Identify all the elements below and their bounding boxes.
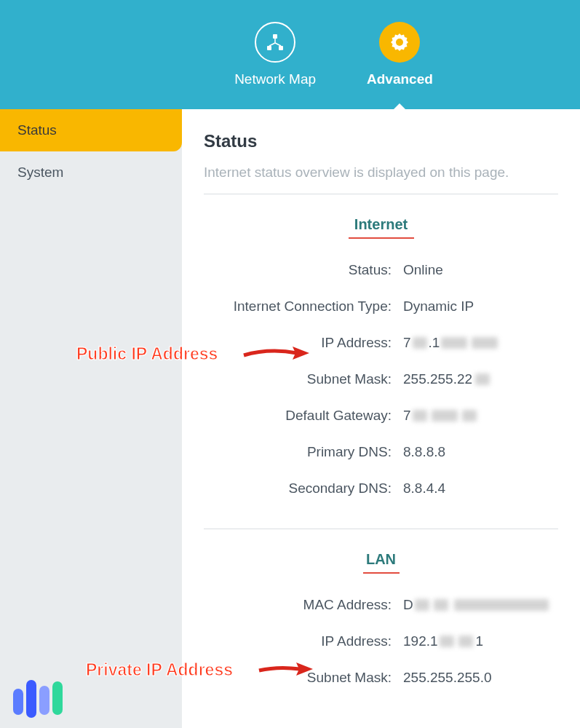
- field-value-status: Online: [400, 262, 443, 278]
- field-label: MAC Address:: [204, 597, 400, 613]
- lan-section: LAN MAC Address: D IP Address: 192.11 Su…: [204, 529, 558, 724]
- field-value-private-ip: 192.11: [400, 633, 483, 649]
- nav-advanced[interactable]: Advanced: [367, 22, 433, 87]
- redacted-box: [441, 337, 467, 349]
- field-value-mac: D: [400, 597, 549, 613]
- field-label: Subnet Mask:: [204, 670, 400, 686]
- redacted-box: [413, 337, 427, 349]
- logo-bar: [39, 686, 49, 715]
- field-value-subnet: 255.255.22: [400, 371, 490, 387]
- redacted-box: [475, 373, 490, 385]
- sidebar-item-status[interactable]: Status: [0, 109, 182, 151]
- section-title-internet: Internet: [204, 216, 558, 233]
- redacted-box: [458, 636, 473, 647]
- field-connection-type: Internet Connection Type: Dynamic IP: [204, 298, 558, 314]
- field-value-conn-type: Dynamic IP: [400, 298, 474, 314]
- field-primary-dns: Primary DNS: 8.8.8.8: [204, 444, 558, 460]
- brand-logo: [13, 680, 63, 715]
- field-value-sdns: 8.8.4.4: [400, 480, 445, 496]
- nav-label: Advanced: [367, 71, 433, 87]
- content-area: Status System Status Internet status ove…: [0, 109, 580, 728]
- section-title-lan: LAN: [204, 551, 558, 568]
- field-label: Status:: [204, 262, 400, 278]
- nav-label: Network Map: [234, 71, 316, 87]
- field-lan-subnet-mask: Subnet Mask: 255.255.255.0: [204, 670, 558, 686]
- active-tab-indicator: [389, 103, 410, 114]
- field-label: Secondary DNS:: [204, 480, 400, 496]
- redacted-box: [472, 337, 498, 349]
- redacted-box: [432, 410, 458, 422]
- field-subnet-mask: Subnet Mask: 255.255.22: [204, 371, 558, 387]
- redacted-box: [434, 599, 448, 611]
- field-label: Primary DNS:: [204, 444, 400, 460]
- svg-point-3: [396, 39, 403, 46]
- svg-rect-2: [279, 46, 283, 50]
- field-label: Default Gateway:: [204, 408, 400, 424]
- field-value-gateway: 7: [400, 408, 477, 424]
- redacted-box: [440, 636, 454, 647]
- section-underline: [363, 572, 400, 574]
- field-secondary-dns: Secondary DNS: 8.8.4.4: [204, 480, 558, 496]
- field-label: IP Address:: [204, 335, 400, 351]
- field-mac-address: MAC Address: D: [204, 597, 558, 613]
- field-value-lan-subnet: 255.255.255.0: [400, 670, 492, 686]
- logo-bar: [52, 681, 63, 715]
- network-map-icon: [255, 22, 295, 63]
- advanced-gear-icon: [379, 22, 420, 63]
- field-label: Internet Connection Type:: [204, 298, 400, 314]
- logo-bar: [26, 680, 36, 718]
- field-value-public-ip: 7.1: [400, 335, 498, 351]
- nav-network-map[interactable]: Network Map: [234, 22, 316, 87]
- page-subtitle: Internet status overview is displayed on…: [204, 165, 558, 181]
- redacted-box: [462, 410, 477, 422]
- top-nav-bar: Network Map Advanced: [0, 0, 580, 109]
- redacted-box: [413, 410, 427, 422]
- redacted-box: [415, 599, 429, 611]
- redacted-box: [454, 599, 549, 611]
- field-label: IP Address:: [204, 633, 400, 649]
- field-ip-address: IP Address: 7.1: [204, 335, 558, 351]
- field-lan-ip-address: IP Address: 192.11: [204, 633, 558, 649]
- logo-bar: [13, 689, 23, 715]
- page-title: Status: [204, 131, 558, 151]
- field-value-pdns: 8.8.8.8: [400, 444, 445, 460]
- field-default-gateway: Default Gateway: 7: [204, 408, 558, 424]
- main-content: Status Internet status overview is displ…: [182, 109, 580, 728]
- svg-rect-1: [267, 46, 271, 50]
- sidebar-item-system[interactable]: System: [0, 151, 182, 194]
- svg-rect-0: [273, 34, 277, 39]
- internet-section: Internet Status: Online Internet Connect…: [204, 194, 558, 529]
- field-status: Status: Online: [204, 262, 558, 278]
- section-underline: [349, 237, 414, 239]
- sidebar: Status System: [0, 109, 182, 728]
- field-label: Subnet Mask:: [204, 371, 400, 387]
